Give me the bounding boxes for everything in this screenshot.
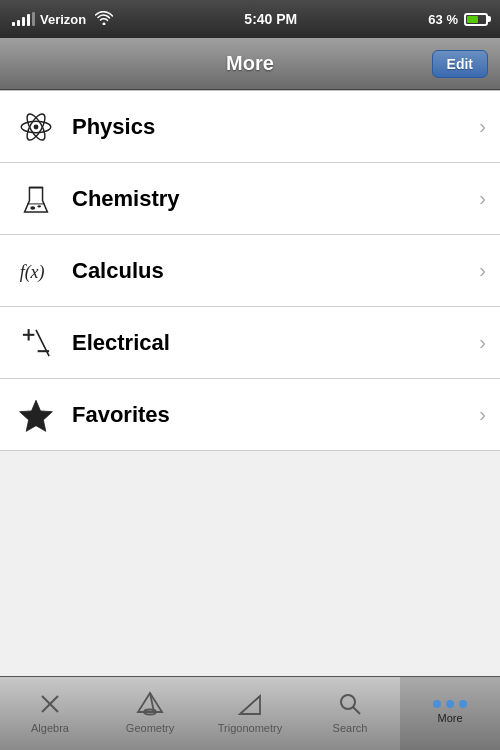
svg-point-4 [30, 206, 35, 209]
svg-point-5 [38, 205, 41, 207]
signal-bars [12, 12, 35, 26]
signal-bar-1 [12, 22, 15, 26]
main-content: Physics › Chemistry › f(x) [0, 90, 500, 676]
geometry-icon [136, 690, 164, 718]
chemistry-chevron: › [479, 187, 486, 210]
svg-point-19 [341, 695, 355, 709]
signal-bar-2 [17, 20, 20, 26]
signal-bar-5 [32, 12, 35, 26]
dot-1 [433, 700, 441, 708]
tab-geometry[interactable]: Geometry [100, 677, 200, 750]
nav-bar: More Edit [0, 38, 500, 90]
search-tab-label: Search [333, 722, 368, 734]
calculus-chevron: › [479, 259, 486, 282]
status-time: 5:40 PM [244, 11, 297, 27]
trig-icon [236, 690, 264, 718]
status-left: Verizon [12, 11, 113, 28]
edit-button[interactable]: Edit [432, 50, 488, 78]
nav-title: More [226, 52, 274, 75]
more-dots-icon [433, 700, 467, 708]
list-item-electrical[interactable]: Electrical › [0, 307, 500, 379]
favorites-label: Favorites [72, 402, 479, 428]
physics-label: Physics [72, 114, 479, 140]
trig-tab-label: Trigonometry [218, 722, 282, 734]
tab-search[interactable]: Search [300, 677, 400, 750]
algebra-icon [36, 690, 64, 718]
tab-algebra[interactable]: Algebra [0, 677, 100, 750]
carrier-label: Verizon [40, 12, 86, 27]
tab-bar: Algebra Geometry Trigonometry [0, 676, 500, 750]
svg-line-20 [353, 707, 360, 714]
electrical-chevron: › [479, 331, 486, 354]
list-section: Physics › Chemistry › f(x) [0, 90, 500, 451]
list-item-chemistry[interactable]: Chemistry › [0, 163, 500, 235]
svg-text:f(x): f(x) [20, 261, 45, 282]
list-item-favorites[interactable]: Favorites › [0, 379, 500, 451]
tab-more[interactable]: More [400, 677, 500, 750]
favorites-chevron: › [479, 403, 486, 426]
list-item-calculus[interactable]: f(x) Calculus › [0, 235, 500, 307]
atom-icon [14, 105, 58, 149]
battery-pct-label: 63 % [428, 12, 458, 27]
svg-marker-11 [20, 400, 53, 431]
signal-bar-3 [22, 17, 25, 26]
status-bar: Verizon 5:40 PM 63 % [0, 0, 500, 38]
svg-point-3 [34, 124, 39, 129]
more-tab-label: More [437, 712, 462, 724]
list-item-physics[interactable]: Physics › [0, 91, 500, 163]
plusminus-icon [14, 321, 58, 365]
search-icon [336, 690, 364, 718]
algebra-tab-label: Algebra [31, 722, 69, 734]
svg-line-18 [240, 696, 260, 714]
signal-bar-4 [27, 14, 30, 26]
status-right: 63 % [428, 12, 488, 27]
physics-chevron: › [479, 115, 486, 138]
beaker-icon [14, 177, 58, 221]
calculus-label: Calculus [72, 258, 479, 284]
dot-3 [459, 700, 467, 708]
battery-icon [464, 13, 488, 26]
dot-2 [446, 700, 454, 708]
tab-trigonometry[interactable]: Trigonometry [200, 677, 300, 750]
electrical-label: Electrical [72, 330, 479, 356]
star-icon [14, 393, 58, 437]
fx-icon: f(x) [14, 249, 58, 293]
chemistry-label: Chemistry [72, 186, 479, 212]
geometry-tab-label: Geometry [126, 722, 174, 734]
battery-fill [467, 16, 478, 23]
wifi-icon [95, 11, 113, 28]
